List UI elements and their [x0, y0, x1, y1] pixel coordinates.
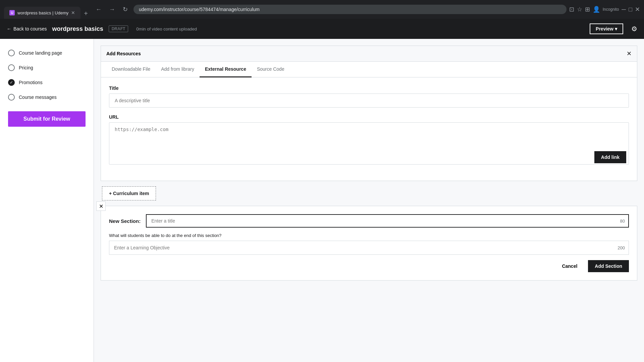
checkmark-icon: ✓: [10, 80, 13, 85]
tab-add-from-library[interactable]: Add from library: [156, 62, 200, 77]
radio-course-landing-page: [8, 50, 15, 56]
chevron-down-icon: ▾: [615, 26, 617, 32]
resource-content: Title URL Add link: [101, 77, 637, 181]
content-area: Add Resources ✕ Downloadable File Add fr…: [94, 39, 644, 362]
minimize-button[interactable]: ─: [622, 6, 626, 13]
tab-external-resource[interactable]: External Resource: [200, 62, 252, 77]
back-to-courses-label: Back to courses: [13, 26, 47, 32]
new-section-label: New Section:: [109, 218, 141, 224]
maximize-button[interactable]: □: [629, 6, 632, 13]
bookmark-icon[interactable]: ☆: [577, 6, 582, 13]
title-input[interactable]: [109, 94, 629, 108]
browser-chrome: U wordpress basics | Udemy ✕ + ← → ↻ ude…: [0, 0, 644, 19]
new-section-panel: ✕ New Section: 80 What will students be …: [101, 206, 637, 281]
sidebar-label-course-messages: Course messages: [19, 95, 57, 100]
tab-source-code[interactable]: Source Code: [252, 62, 290, 77]
settings-button[interactable]: ⚙: [631, 25, 637, 33]
url-label: URL: [109, 114, 629, 120]
course-title: wordpress basics: [52, 25, 103, 33]
browser-actions: ⊡ ☆ ⊞ 👤 Incognito ─ □ ✕: [569, 6, 640, 13]
section-title-input-wrap: 80: [146, 214, 629, 228]
radio-promotions: ✓: [8, 79, 15, 86]
resource-tabs: Downloadable File Add from library Exter…: [101, 62, 637, 77]
back-to-courses-link[interactable]: ← Back to courses: [7, 26, 47, 32]
learning-objective-input[interactable]: [109, 241, 629, 255]
submit-for-review-button[interactable]: Submit for Review: [8, 111, 86, 127]
active-tab[interactable]: U wordpress basics | Udemy ✕: [4, 7, 80, 19]
forward-button[interactable]: →: [107, 4, 117, 15]
resource-panel: Add Resources ✕ Downloadable File Add fr…: [101, 46, 637, 181]
url-input[interactable]: [109, 122, 629, 165]
preview-label: Preview: [596, 26, 613, 32]
back-button[interactable]: ←: [93, 4, 104, 15]
section-title-input[interactable]: [146, 214, 629, 228]
sidebar-item-course-landing-page[interactable]: Course landing page: [0, 46, 94, 60]
draft-badge: DRAFT: [109, 25, 128, 32]
sidebar-label-promotions: Promotions: [19, 80, 43, 85]
curriculum-item-row: + Curriculum item: [94, 186, 644, 200]
close-window-button[interactable]: ✕: [635, 6, 640, 13]
sidebar: Course landing page Pricing ✓ Promotions…: [0, 39, 94, 362]
learning-objective-question: What will students be able to do at the …: [109, 233, 629, 238]
close-resource-panel-button[interactable]: ✕: [627, 50, 632, 57]
section-title-row: New Section: 80: [109, 214, 629, 228]
section-actions: Cancel Add Section: [109, 260, 629, 272]
top-nav: ← Back to courses wordpress basics DRAFT…: [0, 19, 644, 39]
tab-downloadable-file[interactable]: Downloadable File: [106, 62, 156, 77]
resource-panel-header: Add Resources ✕: [101, 46, 637, 62]
add-curriculum-item-button[interactable]: + Curriculum item: [102, 186, 156, 200]
sidebar-label-pricing: Pricing: [19, 65, 33, 70]
cast-icon[interactable]: ⊡: [569, 6, 574, 13]
add-resources-title: Add Resources: [106, 51, 141, 56]
sidebar-label-course-landing-page: Course landing page: [19, 50, 62, 56]
title-label: Title: [109, 85, 629, 91]
profile-icon[interactable]: 👤: [593, 6, 600, 13]
new-tab-button[interactable]: +: [81, 8, 91, 19]
sidebar-item-pricing[interactable]: Pricing: [0, 60, 94, 75]
sidebar-icon[interactable]: ⊞: [585, 6, 590, 13]
radio-course-messages: [8, 94, 15, 101]
tab-close-icon[interactable]: ✕: [71, 10, 75, 15]
refresh-button[interactable]: ↻: [120, 4, 131, 15]
main-layout: Course landing page Pricing ✓ Promotions…: [0, 39, 644, 362]
learning-objective-input-wrap: 200: [109, 241, 629, 255]
browser-tabs: U wordpress basics | Udemy ✕ +: [4, 0, 91, 19]
upload-info: 0min of video content uploaded: [136, 26, 197, 32]
tab-favicon: U: [9, 10, 15, 15]
url-field-group: URL Add link: [109, 114, 629, 166]
sidebar-item-course-messages[interactable]: Course messages: [0, 90, 94, 105]
add-section-button[interactable]: Add Section: [588, 260, 629, 272]
browser-controls: ← → ↻: [93, 4, 131, 15]
cancel-section-button[interactable]: Cancel: [555, 260, 584, 272]
address-bar[interactable]: udemy.com/instructor/course/5784474/mana…: [133, 5, 567, 14]
close-new-section-button[interactable]: ✕: [96, 201, 106, 211]
url-input-row: Add link: [109, 122, 629, 166]
add-link-button[interactable]: Add link: [594, 151, 626, 163]
incognito-label: Incognito: [603, 7, 619, 12]
tab-label: wordpress basics | Udemy: [17, 10, 68, 15]
title-field-group: Title: [109, 85, 629, 108]
radio-pricing: [8, 64, 15, 71]
sidebar-item-promotions[interactable]: ✓ Promotions: [0, 75, 94, 90]
back-arrow-icon: ←: [7, 26, 11, 32]
preview-button[interactable]: Preview ▾: [590, 23, 623, 34]
